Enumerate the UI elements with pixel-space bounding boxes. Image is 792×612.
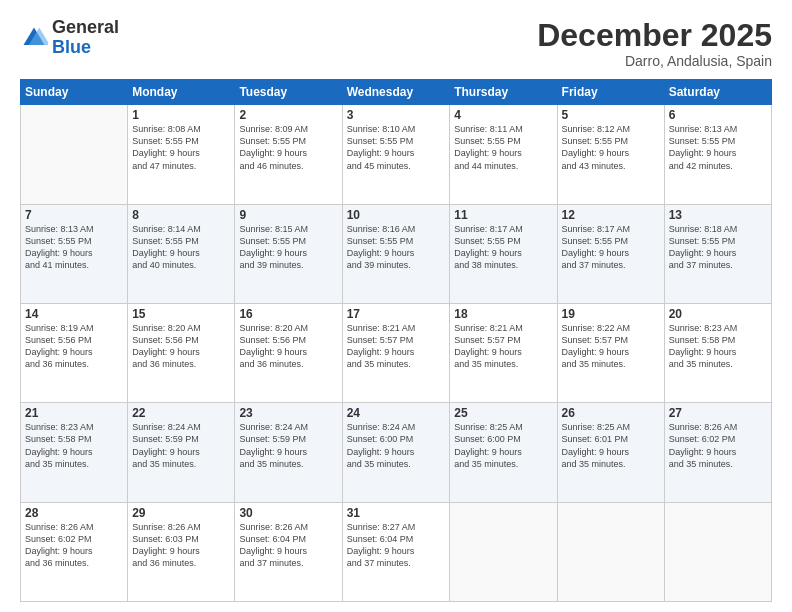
cell-info: Sunrise: 8:21 AM Sunset: 5:57 PM Dayligh… — [347, 322, 446, 371]
calendar-header: SundayMondayTuesdayWednesdayThursdayFrid… — [21, 80, 772, 105]
day-number: 12 — [562, 208, 660, 222]
page: General Blue December 2025 Darro, Andalu… — [0, 0, 792, 612]
day-number: 27 — [669, 406, 767, 420]
cell-info: Sunrise: 8:22 AM Sunset: 5:57 PM Dayligh… — [562, 322, 660, 371]
logo-general: General — [52, 18, 119, 38]
day-number: 7 — [25, 208, 123, 222]
calendar-cell: 8Sunrise: 8:14 AM Sunset: 5:55 PM Daylig… — [128, 204, 235, 303]
calendar-cell: 29Sunrise: 8:26 AM Sunset: 6:03 PM Dayli… — [128, 502, 235, 601]
cell-info: Sunrise: 8:15 AM Sunset: 5:55 PM Dayligh… — [239, 223, 337, 272]
cell-info: Sunrise: 8:19 AM Sunset: 5:56 PM Dayligh… — [25, 322, 123, 371]
location: Darro, Andalusia, Spain — [537, 53, 772, 69]
cell-info: Sunrise: 8:24 AM Sunset: 5:59 PM Dayligh… — [132, 421, 230, 470]
day-number: 29 — [132, 506, 230, 520]
calendar-cell: 12Sunrise: 8:17 AM Sunset: 5:55 PM Dayli… — [557, 204, 664, 303]
calendar-week-row: 7Sunrise: 8:13 AM Sunset: 5:55 PM Daylig… — [21, 204, 772, 303]
cell-info: Sunrise: 8:18 AM Sunset: 5:55 PM Dayligh… — [669, 223, 767, 272]
calendar-cell — [557, 502, 664, 601]
calendar-cell — [664, 502, 771, 601]
calendar-week-row: 28Sunrise: 8:26 AM Sunset: 6:02 PM Dayli… — [21, 502, 772, 601]
calendar-week-row: 14Sunrise: 8:19 AM Sunset: 5:56 PM Dayli… — [21, 303, 772, 402]
day-number: 13 — [669, 208, 767, 222]
cell-info: Sunrise: 8:27 AM Sunset: 6:04 PM Dayligh… — [347, 521, 446, 570]
cell-info: Sunrise: 8:26 AM Sunset: 6:03 PM Dayligh… — [132, 521, 230, 570]
calendar-cell: 10Sunrise: 8:16 AM Sunset: 5:55 PM Dayli… — [342, 204, 450, 303]
day-number: 8 — [132, 208, 230, 222]
day-number: 25 — [454, 406, 552, 420]
cell-info: Sunrise: 8:23 AM Sunset: 5:58 PM Dayligh… — [669, 322, 767, 371]
calendar-cell: 26Sunrise: 8:25 AM Sunset: 6:01 PM Dayli… — [557, 403, 664, 502]
calendar-cell: 2Sunrise: 8:09 AM Sunset: 5:55 PM Daylig… — [235, 105, 342, 204]
weekday-header-tuesday: Tuesday — [235, 80, 342, 105]
cell-info: Sunrise: 8:17 AM Sunset: 5:55 PM Dayligh… — [454, 223, 552, 272]
day-number: 11 — [454, 208, 552, 222]
cell-info: Sunrise: 8:24 AM Sunset: 5:59 PM Dayligh… — [239, 421, 337, 470]
weekday-header-sunday: Sunday — [21, 80, 128, 105]
day-number: 24 — [347, 406, 446, 420]
day-number: 15 — [132, 307, 230, 321]
cell-info: Sunrise: 8:12 AM Sunset: 5:55 PM Dayligh… — [562, 123, 660, 172]
title-block: December 2025 Darro, Andalusia, Spain — [537, 18, 772, 69]
cell-info: Sunrise: 8:14 AM Sunset: 5:55 PM Dayligh… — [132, 223, 230, 272]
calendar-cell: 24Sunrise: 8:24 AM Sunset: 6:00 PM Dayli… — [342, 403, 450, 502]
calendar-cell: 18Sunrise: 8:21 AM Sunset: 5:57 PM Dayli… — [450, 303, 557, 402]
calendar-cell: 6Sunrise: 8:13 AM Sunset: 5:55 PM Daylig… — [664, 105, 771, 204]
day-number: 22 — [132, 406, 230, 420]
day-number: 31 — [347, 506, 446, 520]
calendar-cell: 28Sunrise: 8:26 AM Sunset: 6:02 PM Dayli… — [21, 502, 128, 601]
cell-info: Sunrise: 8:13 AM Sunset: 5:55 PM Dayligh… — [669, 123, 767, 172]
weekday-header-monday: Monday — [128, 80, 235, 105]
weekday-header-thursday: Thursday — [450, 80, 557, 105]
calendar-cell: 25Sunrise: 8:25 AM Sunset: 6:00 PM Dayli… — [450, 403, 557, 502]
cell-info: Sunrise: 8:23 AM Sunset: 5:58 PM Dayligh… — [25, 421, 123, 470]
calendar-week-row: 21Sunrise: 8:23 AM Sunset: 5:58 PM Dayli… — [21, 403, 772, 502]
day-number: 18 — [454, 307, 552, 321]
cell-info: Sunrise: 8:17 AM Sunset: 5:55 PM Dayligh… — [562, 223, 660, 272]
calendar-cell: 21Sunrise: 8:23 AM Sunset: 5:58 PM Dayli… — [21, 403, 128, 502]
calendar-cell: 3Sunrise: 8:10 AM Sunset: 5:55 PM Daylig… — [342, 105, 450, 204]
day-number: 19 — [562, 307, 660, 321]
calendar-cell: 7Sunrise: 8:13 AM Sunset: 5:55 PM Daylig… — [21, 204, 128, 303]
logo-blue: Blue — [52, 38, 119, 58]
calendar-cell: 9Sunrise: 8:15 AM Sunset: 5:55 PM Daylig… — [235, 204, 342, 303]
weekday-header-row: SundayMondayTuesdayWednesdayThursdayFrid… — [21, 80, 772, 105]
calendar-cell: 23Sunrise: 8:24 AM Sunset: 5:59 PM Dayli… — [235, 403, 342, 502]
calendar-cell: 5Sunrise: 8:12 AM Sunset: 5:55 PM Daylig… — [557, 105, 664, 204]
day-number: 30 — [239, 506, 337, 520]
logo: General Blue — [20, 18, 119, 58]
logo-text: General Blue — [52, 18, 119, 58]
cell-info: Sunrise: 8:24 AM Sunset: 6:00 PM Dayligh… — [347, 421, 446, 470]
weekday-header-saturday: Saturday — [664, 80, 771, 105]
calendar-week-row: 1Sunrise: 8:08 AM Sunset: 5:55 PM Daylig… — [21, 105, 772, 204]
day-number: 9 — [239, 208, 337, 222]
day-number: 1 — [132, 108, 230, 122]
calendar-cell: 14Sunrise: 8:19 AM Sunset: 5:56 PM Dayli… — [21, 303, 128, 402]
day-number: 10 — [347, 208, 446, 222]
calendar-cell: 22Sunrise: 8:24 AM Sunset: 5:59 PM Dayli… — [128, 403, 235, 502]
cell-info: Sunrise: 8:09 AM Sunset: 5:55 PM Dayligh… — [239, 123, 337, 172]
calendar-cell: 31Sunrise: 8:27 AM Sunset: 6:04 PM Dayli… — [342, 502, 450, 601]
calendar-cell: 13Sunrise: 8:18 AM Sunset: 5:55 PM Dayli… — [664, 204, 771, 303]
day-number: 2 — [239, 108, 337, 122]
cell-info: Sunrise: 8:13 AM Sunset: 5:55 PM Dayligh… — [25, 223, 123, 272]
calendar-cell: 30Sunrise: 8:26 AM Sunset: 6:04 PM Dayli… — [235, 502, 342, 601]
calendar-cell: 16Sunrise: 8:20 AM Sunset: 5:56 PM Dayli… — [235, 303, 342, 402]
calendar-cell: 1Sunrise: 8:08 AM Sunset: 5:55 PM Daylig… — [128, 105, 235, 204]
day-number: 17 — [347, 307, 446, 321]
day-number: 21 — [25, 406, 123, 420]
calendar-cell: 4Sunrise: 8:11 AM Sunset: 5:55 PM Daylig… — [450, 105, 557, 204]
month-title: December 2025 — [537, 18, 772, 53]
cell-info: Sunrise: 8:21 AM Sunset: 5:57 PM Dayligh… — [454, 322, 552, 371]
cell-info: Sunrise: 8:25 AM Sunset: 6:00 PM Dayligh… — [454, 421, 552, 470]
day-number: 4 — [454, 108, 552, 122]
calendar-cell: 11Sunrise: 8:17 AM Sunset: 5:55 PM Dayli… — [450, 204, 557, 303]
calendar-cell: 20Sunrise: 8:23 AM Sunset: 5:58 PM Dayli… — [664, 303, 771, 402]
day-number: 16 — [239, 307, 337, 321]
cell-info: Sunrise: 8:08 AM Sunset: 5:55 PM Dayligh… — [132, 123, 230, 172]
logo-icon — [20, 24, 48, 52]
day-number: 6 — [669, 108, 767, 122]
cell-info: Sunrise: 8:10 AM Sunset: 5:55 PM Dayligh… — [347, 123, 446, 172]
header: General Blue December 2025 Darro, Andalu… — [20, 18, 772, 69]
calendar-cell — [21, 105, 128, 204]
cell-info: Sunrise: 8:25 AM Sunset: 6:01 PM Dayligh… — [562, 421, 660, 470]
